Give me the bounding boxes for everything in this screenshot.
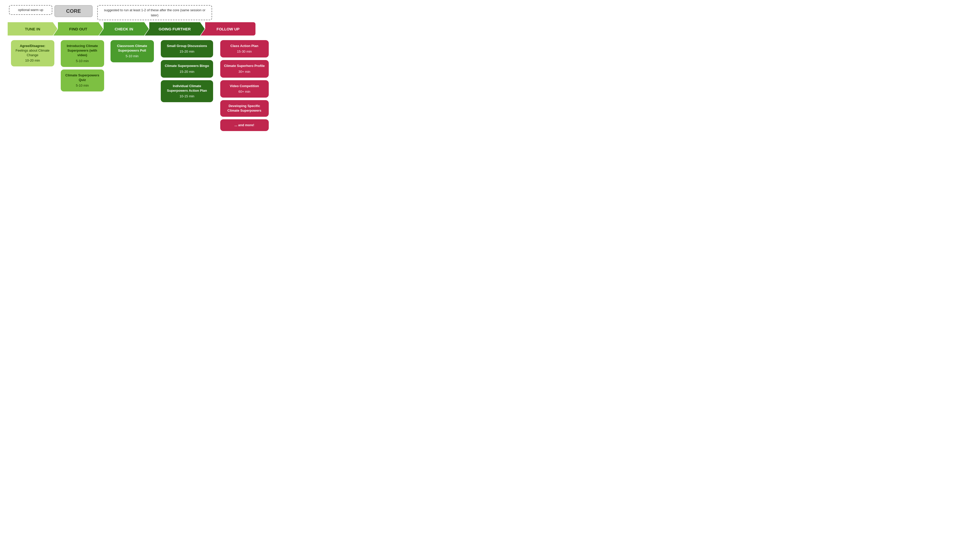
card-individual-action-plan: Individual Climate Superpowers Action Pl… [161,80,213,102]
card-agree-disagree: Agree/Disagree: Feelings about Climate C… [11,40,54,66]
going-further-arrow: GOING FURTHER [145,22,205,35]
going-further-column: Small Group Discussions 15-20 min Climat… [157,40,217,102]
tune-in-arrow: TUNE IN [8,22,57,35]
tune-in-column: Agree/Disagree: Feelings about Climate C… [8,40,57,66]
follow-up-column: Class Action Plan 15-30 min Climate Supe… [217,40,272,131]
check-in-arrow: CHECK IN [99,22,149,35]
card-bingo: Climate Superpowers Bingo 15-20 min [161,60,213,77]
card-quiz: Climate Superpowers Quiz 5-10 min [61,70,104,92]
card-video-competition: Video Competition 60+ min [220,80,269,97]
core-label: CORE [54,5,93,17]
card-superhero-profile: Climate Superhero Profile 30+ min [220,60,269,77]
card-small-group: Small Group Discussions 15-20 min [161,40,213,57]
follow-up-arrow: FOLLOW UP [200,22,256,35]
card-introducing-superpowers: Introducing Climate Superpowers (with vi… [61,40,104,67]
card-and-more: ... and more! [220,119,269,131]
optional-warmup-label: optional warm up [9,5,52,15]
card-class-action-plan: Class Action Plan 15-30 min [220,40,269,57]
card-developing-superpowers: Developing Specific Climate Superpowers [220,100,269,117]
suggested-label: suggested to run at least 1-2 of these a… [97,5,212,20]
find-out-arrow: FIND OUT [53,22,103,35]
find-out-column: Introducing Climate Superpowers (with vi… [57,40,107,91]
check-in-column: Classroom Climate Superpowers Poll 5-10 … [107,40,157,62]
card-classroom-poll: Classroom Climate Superpowers Poll 5-10 … [110,40,154,62]
